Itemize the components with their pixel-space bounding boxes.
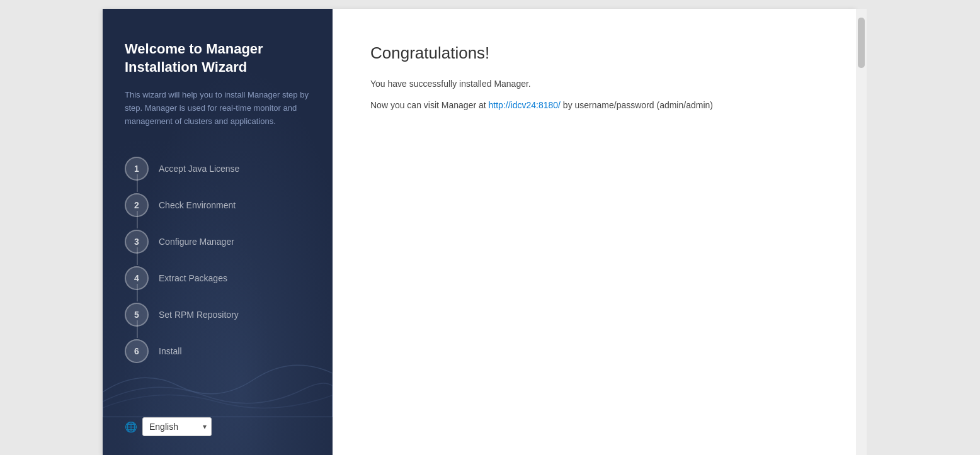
main-content: Congratulations! You have successfully i… bbox=[333, 9, 856, 455]
step-item-3: 3Configure Manager bbox=[125, 223, 311, 260]
step-item-2: 2Check Environment bbox=[125, 187, 311, 223]
step-label-6: Install bbox=[159, 346, 182, 356]
scrollbar-thumb[interactable] bbox=[858, 18, 865, 68]
congratulations-title: Congratulations! bbox=[370, 43, 818, 63]
language-select[interactable]: EnglishChineseJapanese bbox=[142, 417, 212, 436]
step-item-6: 6Install bbox=[125, 333, 311, 369]
visit-suffix: by username/password (admin/admin) bbox=[561, 100, 713, 110]
scrollbar bbox=[856, 9, 867, 455]
globe-icon: 🌐 bbox=[125, 421, 137, 433]
step-circle-6: 6 bbox=[125, 339, 149, 363]
sidebar: Welcome to Manager Installation Wizard T… bbox=[103, 9, 333, 455]
step-item-5: 5Set RPM Repository bbox=[125, 296, 311, 333]
step-label-1: Accept Java License bbox=[159, 164, 239, 174]
step-label-4: Extract Packages bbox=[159, 273, 227, 283]
sidebar-footer: 🌐 EnglishChineseJapanese bbox=[103, 417, 333, 436]
success-text: You have successfully installed Manager. bbox=[370, 79, 818, 89]
step-label-5: Set RPM Repository bbox=[159, 310, 239, 320]
step-label-3: Configure Manager bbox=[159, 237, 234, 247]
manager-link[interactable]: http://idcv24:8180/ bbox=[489, 100, 561, 110]
visit-prefix: Now you can visit Manager at bbox=[370, 100, 489, 110]
sidebar-description: This wizard will help you to install Man… bbox=[125, 89, 311, 128]
step-item-1: 1Accept Java License bbox=[125, 150, 311, 187]
steps-list: 1Accept Java License2Check Environment3C… bbox=[125, 150, 311, 369]
language-select-wrapper[interactable]: EnglishChineseJapanese bbox=[142, 417, 212, 436]
step-label-2: Check Environment bbox=[159, 200, 236, 210]
step-item-4: 4Extract Packages bbox=[125, 260, 311, 296]
visit-text: Now you can visit Manager at http://idcv… bbox=[370, 100, 818, 110]
sidebar-title: Welcome to Manager Installation Wizard bbox=[125, 40, 311, 76]
